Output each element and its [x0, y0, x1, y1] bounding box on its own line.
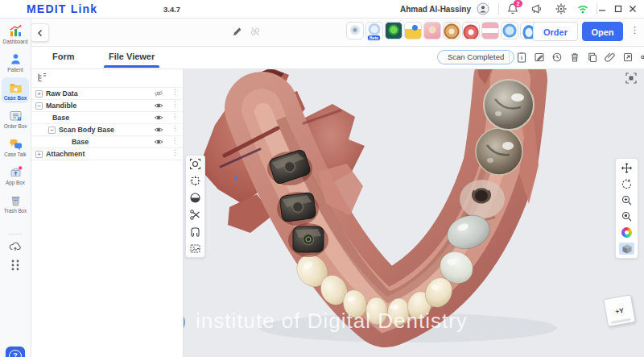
gingiva-app-icon[interactable] [462, 22, 480, 39]
sidebar-item-case-box[interactable]: Case Box [2, 77, 29, 103]
orientation-axis-cube[interactable]: +Y [603, 294, 636, 327]
fullscreen-icon[interactable] [625, 72, 638, 85]
delete-trash-icon[interactable] [569, 52, 580, 63]
network-wifi-icon[interactable] [576, 2, 589, 15]
more-options-icon[interactable]: ⋮ [171, 125, 178, 132]
zoom-fit-icon[interactable] [619, 210, 634, 222]
share-icon[interactable] [640, 52, 644, 63]
tree-item-base[interactable]: Base ⋮ [31, 112, 183, 124]
case-toolbar: Beta Order Open ⋮ [31, 18, 644, 47]
announcements-icon[interactable] [530, 2, 543, 15]
maximize-button[interactable] [613, 4, 626, 17]
attachment-paperclip-icon[interactable] [605, 52, 616, 63]
visibility-on-icon[interactable] [154, 102, 163, 109]
transform-select-icon[interactable] [188, 175, 203, 187]
more-options-icon[interactable]: ⋮ [171, 137, 178, 144]
sidebar-item-patient[interactable]: Patient [2, 49, 29, 75]
link-disabled-icon [250, 26, 261, 37]
sidebar-item-label: Case Talk [4, 152, 27, 157]
toolbar-more-options-icon[interactable]: ⋮ [630, 25, 639, 35]
zoom-in-icon[interactable] [619, 194, 634, 206]
cloud-sync-icon[interactable] [9, 240, 22, 253]
more-options-icon[interactable]: ⋮ [171, 101, 178, 108]
history-icon[interactable] [551, 52, 563, 63]
more-options-icon[interactable]: ⋮ [171, 89, 178, 96]
more-options-icon[interactable]: ⋮ [171, 149, 178, 156]
visibility-on-icon[interactable] [154, 139, 163, 145]
scan-app-icon[interactable] [346, 22, 364, 39]
notifications-bell-icon[interactable]: 2 [506, 2, 519, 15]
visibility-off-icon[interactable] [154, 90, 163, 97]
tree-structure-icon[interactable] [37, 73, 47, 82]
tree-item-attachment[interactable]: + Attachment ⋮ [31, 148, 183, 160]
denture-app-icon[interactable] [443, 22, 460, 39]
sidebar-item-label: Dashboard [3, 39, 28, 44]
scan-status-badge: Scan Completed [437, 50, 514, 64]
apps-grid-icon[interactable] [9, 258, 22, 271]
export-icon[interactable] [622, 52, 634, 63]
crown-design-beta-app-icon[interactable]: Beta [365, 22, 383, 39]
view-mode-cube-icon[interactable] [619, 243, 634, 255]
main-sidebar: Dashboard Patient Case Box Order Box Cas… [0, 18, 31, 357]
sidebar-item-label: Patient [7, 67, 23, 73]
tree-item-label: Scan Body Base [59, 126, 114, 134]
ortho-app-icon[interactable] [481, 22, 499, 39]
color-texture-toggle-icon[interactable] [619, 226, 634, 239]
visibility-on-icon[interactable] [154, 114, 163, 121]
medit-link-window: MEDIT Link 3.4.7 Ahmad Al-Hassiny 2 [0, 0, 644, 357]
mandible-scan-model[interactable] [183, 68, 644, 357]
collapse-toggle[interactable]: − [35, 102, 43, 110]
tab-form[interactable]: Form [52, 46, 75, 68]
edit-pencil-icon[interactable] [232, 26, 243, 37]
close-button[interactable] [628, 4, 641, 17]
sidebar-item-label: Trash Box [4, 208, 27, 214]
order-box-icon [9, 109, 23, 122]
more-options-icon[interactable]: ⋮ [171, 113, 178, 120]
tree-item-label: Mandible [46, 102, 76, 110]
memo-icon[interactable] [534, 52, 545, 63]
dashboard-icon [9, 24, 23, 38]
sidebar-item-app-box[interactable]: App Box [2, 162, 29, 188]
edit-tool-palette [185, 155, 205, 258]
view-tool-palette [615, 158, 638, 259]
minimize-button[interactable] [597, 4, 610, 17]
model-viewer-3d[interactable]: +Y [183, 68, 644, 357]
focus-model-icon[interactable] [188, 158, 203, 170]
pan-move-icon[interactable] [619, 162, 634, 174]
tree-item-raw-data[interactable]: + Raw Data ⋮ [31, 88, 183, 100]
tree-item-label: Base [72, 138, 89, 146]
tree-item-label: Base [52, 114, 69, 122]
lab-tools-app-icon[interactable] [404, 22, 422, 39]
collapse-toggle[interactable]: − [48, 127, 56, 134]
settings-gear-icon[interactable] [555, 2, 568, 15]
measure-caliper-icon[interactable] [188, 226, 203, 238]
help-button[interactable]: ? [6, 347, 25, 357]
user-avatar-icon[interactable] [477, 2, 489, 15]
sidebar-item-dashboard[interactable]: Dashboard [2, 21, 29, 47]
open-button[interactable]: Open [582, 22, 623, 41]
occlusion-hemisphere-icon[interactable] [188, 192, 203, 204]
tree-item-base-child[interactable]: Base ⋮ [31, 136, 183, 148]
sidebar-item-case-talk[interactable]: Case Talk [2, 134, 29, 160]
order-button[interactable]: Order [533, 22, 578, 41]
expand-toggle[interactable]: + [35, 151, 43, 158]
tab-file-viewer[interactable]: File Viewer [109, 46, 155, 68]
case-info-icon[interactable] [516, 52, 527, 63]
model-base-app-icon[interactable] [423, 22, 441, 39]
tab-row: Form File Viewer Scan Completed [31, 46, 644, 69]
model-viewer-app-icon[interactable] [385, 22, 402, 39]
trim-scissors-icon[interactable] [188, 209, 203, 221]
tree-item-mandible[interactable]: − Mandible ⋮ [31, 100, 183, 112]
texture-image-icon[interactable] [188, 243, 203, 255]
case-action-icons [509, 52, 644, 63]
back-button[interactable] [31, 23, 49, 42]
sidebar-divider [8, 234, 23, 235]
rotate-orbit-icon[interactable] [619, 178, 634, 190]
duplicate-copy-icon[interactable] [587, 52, 598, 63]
sidebar-item-trash-box[interactable]: Trash Box [2, 190, 29, 216]
visibility-on-icon[interactable] [154, 127, 163, 133]
sidebar-item-order-box[interactable]: Order Box [2, 106, 29, 131]
tree-item-scan-body-base[interactable]: − Scan Body Base ⋮ [31, 124, 183, 136]
expand-toggle[interactable]: + [35, 90, 43, 98]
smile-design-app-icon[interactable] [501, 22, 518, 39]
